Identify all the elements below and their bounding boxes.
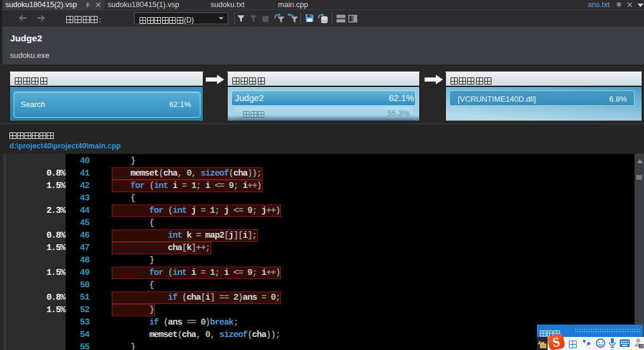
svg-text:15: 15 — [640, 344, 644, 348]
